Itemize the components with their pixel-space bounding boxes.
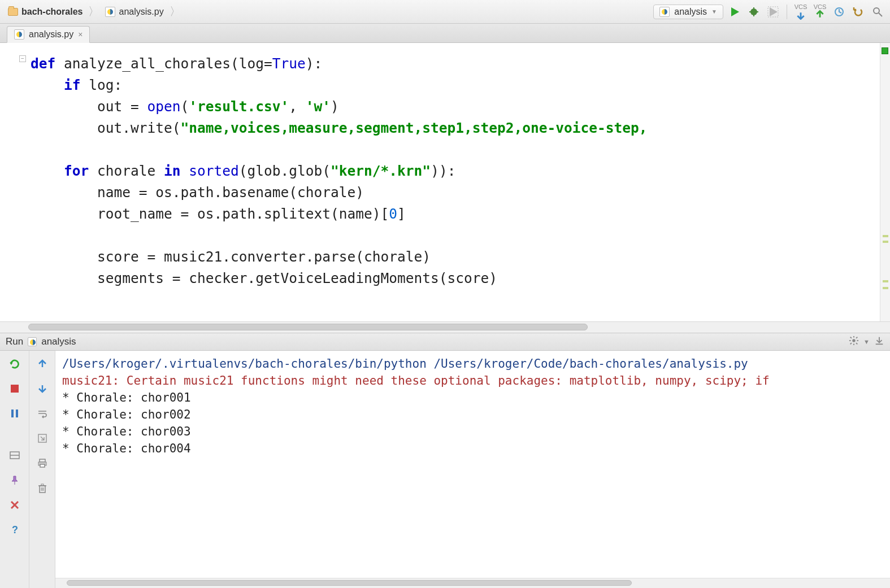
search-button[interactable]	[870, 4, 885, 20]
code-token	[181, 163, 189, 179]
python-file-icon	[659, 7, 670, 17]
warning-marker-icon[interactable]	[883, 287, 888, 289]
run-tool-window-header[interactable]: Run analysis ▼	[0, 333, 890, 351]
svg-rect-22	[16, 410, 18, 417]
breadcrumb-file[interactable]: analysis.py	[102, 6, 167, 18]
svg-line-16	[850, 343, 852, 344]
breadcrumb-project-label: bach-chorales	[21, 7, 83, 17]
vcs-update-button[interactable]: VCS	[793, 4, 809, 20]
run-header-prefix: Run	[6, 336, 23, 347]
svg-marker-19	[10, 363, 13, 365]
editor-gutter[interactable]: −	[0, 43, 28, 321]
fold-toggle-icon[interactable]: −	[19, 55, 26, 62]
code-token: sorted	[189, 163, 239, 179]
code-token	[31, 77, 64, 93]
code-token	[31, 163, 64, 179]
editor-tabbar: analysis.py ×	[0, 24, 890, 43]
python-file-icon	[105, 7, 115, 17]
code-token: open	[147, 98, 181, 115]
svg-rect-31	[40, 464, 45, 467]
code-token: 'w'	[306, 98, 331, 115]
pause-button[interactable]	[7, 406, 22, 421]
vcs-commit-button[interactable]: VCS	[812, 4, 828, 20]
code-token: True	[272, 55, 306, 72]
download-icon[interactable]	[874, 336, 884, 349]
code-token: root_name = os.path.splitext(name)[	[31, 206, 389, 222]
gear-icon[interactable]	[849, 336, 859, 349]
svg-line-15	[856, 343, 857, 344]
code-token: )	[331, 98, 339, 115]
svg-rect-37	[41, 484, 44, 486]
warning-marker-icon[interactable]	[883, 280, 888, 282]
svg-rect-20	[11, 385, 19, 393]
code-token: "kern/*.krn"	[331, 163, 431, 179]
scroll-down-button[interactable]	[35, 381, 50, 396]
code-token: out =	[31, 98, 147, 115]
close-button[interactable]	[7, 498, 22, 512]
breadcrumb-project[interactable]: bach-chorales	[5, 6, 86, 18]
chevron-down-icon: ▼	[711, 8, 717, 15]
code-token: for	[64, 163, 89, 179]
svg-point-7	[874, 8, 879, 14]
clear-all-button[interactable]	[35, 481, 50, 495]
code-token: analyze_all_chorales(log=	[55, 55, 272, 72]
scroll-up-button[interactable]	[35, 356, 50, 371]
code-token: chorale	[89, 163, 164, 179]
code-token: def	[31, 55, 55, 72]
stop-button[interactable]	[7, 381, 22, 396]
warning-marker-icon[interactable]	[883, 241, 888, 243]
editor-tab[interactable]: analysis.py ×	[7, 26, 90, 43]
svg-line-8	[879, 13, 882, 16]
code-token: ):	[306, 55, 323, 72]
undo-button[interactable]	[850, 4, 866, 20]
run-actions-secondary	[29, 351, 55, 588]
soft-wrap-button[interactable]	[35, 406, 50, 421]
breadcrumb-file-label: analysis.py	[119, 7, 163, 17]
analysis-status-icon	[882, 47, 888, 54]
rerun-button[interactable]	[7, 356, 22, 371]
console-output[interactable]: /Users/kroger/.virtualenvs/bach-chorales…	[55, 351, 890, 588]
layout-button[interactable]	[7, 448, 22, 463]
console-horizontal-scrollbar[interactable]	[55, 578, 890, 588]
console-command-line: /Users/kroger/.virtualenvs/bach-chorales…	[62, 355, 883, 372]
code-token: "name,voices,measure,segment,step1,step2…	[181, 120, 648, 136]
code-token: if	[64, 77, 81, 93]
run-config-selector[interactable]: analysis ▼	[653, 5, 723, 19]
warning-marker-icon[interactable]	[883, 235, 888, 237]
console-line: * Chorale: chor003	[62, 423, 883, 440]
svg-line-17	[856, 337, 857, 338]
python-file-icon	[14, 29, 24, 40]
breadcrumb: bach-chorales 〉 analysis.py 〉	[5, 4, 653, 19]
help-button[interactable]: ?	[7, 522, 22, 537]
coverage-button[interactable]	[765, 4, 781, 20]
top-toolbar: bach-chorales 〉 analysis.py 〉 analysis ▼…	[0, 0, 890, 24]
scrollbar-thumb[interactable]	[28, 324, 588, 330]
run-config-label: analysis	[674, 7, 707, 17]
error-stripe-gutter[interactable]	[880, 43, 890, 321]
editor[interactable]: − def analyze_all_chorales(log=True): if…	[0, 43, 890, 321]
console-line: * Chorale: chor001	[62, 389, 883, 406]
pin-button[interactable]	[7, 473, 22, 487]
code-token: (glob.glob(	[239, 163, 331, 179]
console-line: * Chorale: chor002	[62, 406, 883, 423]
svg-point-9	[852, 339, 855, 342]
scroll-to-end-button[interactable]	[35, 431, 50, 446]
scrollbar-thumb[interactable]	[67, 580, 632, 586]
history-button[interactable]	[831, 4, 847, 20]
code-area[interactable]: def analyze_all_chorales(log=True): if l…	[28, 43, 880, 321]
print-button[interactable]	[35, 456, 50, 471]
editor-horizontal-scrollbar[interactable]	[0, 321, 890, 333]
folder-icon	[8, 8, 18, 16]
editor-tab-label: analysis.py	[29, 29, 73, 40]
close-icon[interactable]: ×	[78, 30, 83, 39]
code-token: )):	[431, 163, 455, 179]
toolbar-right: analysis ▼ VCS VCS	[653, 4, 885, 20]
svg-marker-0	[731, 7, 739, 16]
run-tool-window: ? /Users/kroger/.virtualenvs/bach-choral…	[0, 351, 890, 588]
breadcrumb-separator-icon: 〉	[88, 4, 99, 19]
chevron-down-icon[interactable]: ▼	[863, 338, 870, 345]
run-header-title: analysis	[41, 336, 76, 347]
debug-button[interactable]	[746, 4, 762, 20]
svg-rect-21	[11, 410, 14, 417]
run-button[interactable]	[727, 4, 743, 20]
